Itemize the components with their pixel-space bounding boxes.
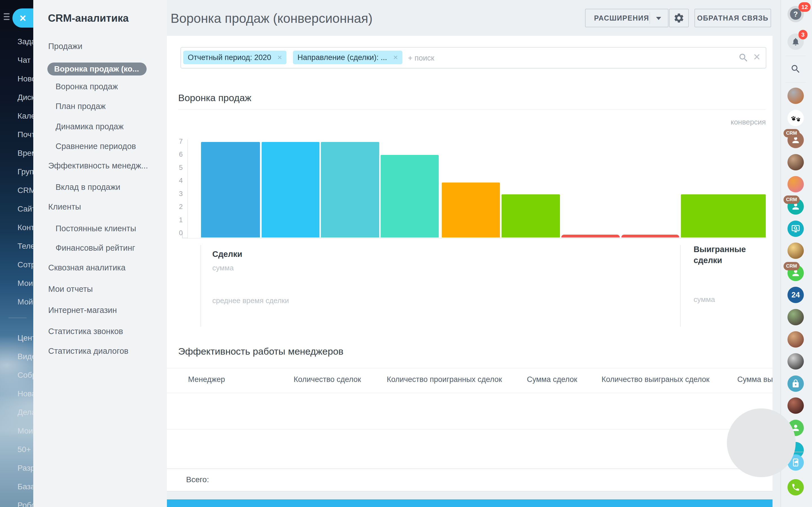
rail-item-цент[interactable]: Цент (17, 333, 33, 343)
rail-item-нова[interactable]: Нова (17, 389, 33, 399)
bitrix24-icon[interactable]: 24 (788, 287, 804, 303)
sidebar-item[interactable]: Финансовый рейтинг (56, 243, 135, 252)
managers-section-title: Эффективность работы менеджеров (178, 346, 343, 357)
funnel-bar[interactable] (561, 235, 620, 237)
sidebar-item[interactable]: Статистика диалогов (48, 346, 128, 356)
rail-item-почт[interactable]: Почт (17, 129, 33, 140)
sidebar-item[interactable]: Мои отчеты (48, 284, 93, 294)
y-axis (187, 139, 188, 238)
crm-badge: CRM (783, 262, 800, 270)
crm-analytics-page: ЗадаЧат иНовоДискКалеПочтВремГрупCRMСайт… (0, 0, 812, 507)
avatar-photo-5[interactable] (788, 309, 804, 325)
rail-item-сайт[interactable]: Сайт (17, 204, 33, 214)
search-icon[interactable] (788, 61, 804, 77)
rail-item-сотр[interactable]: Сотр (17, 260, 33, 270)
avatar-photo-3[interactable] (788, 176, 804, 192)
rail-item-мои[interactable]: Мои (17, 278, 33, 288)
rail-item-диск[interactable]: Диск (17, 93, 33, 103)
avatar-photo-2[interactable] (788, 154, 804, 170)
sidebar-item[interactable]: Вклад в продажи (56, 182, 120, 192)
sidebar-item[interactable]: Динамика продаж (56, 122, 123, 131)
sidebar-item[interactable]: Воронка продаж (56, 82, 118, 91)
x-axis (187, 238, 766, 238)
rail-item-собр[interactable]: Собр (17, 370, 33, 380)
funnel-bar[interactable] (321, 142, 379, 237)
screen-search-icon[interactable] (788, 221, 804, 237)
lock-icon[interactable] (788, 376, 804, 392)
rail-item-мой[interactable]: Мой (17, 297, 33, 307)
floating-widget-circle[interactable] (727, 408, 796, 477)
rail-item-ново[interactable]: Ново (17, 74, 33, 84)
y-axis-tick-label: 1 (171, 216, 183, 224)
y-axis-tick-label: 5 (171, 164, 183, 172)
conversion-label: конверсия (688, 118, 766, 126)
avatar-photo-8[interactable] (788, 397, 804, 414)
clear-filter-icon[interactable]: × (753, 50, 760, 64)
sidebar-item[interactable]: Статистика звонков (48, 327, 123, 336)
gear-icon (673, 12, 684, 24)
rail-item-crm[interactable]: CRM (17, 185, 33, 195)
funnel-bar[interactable] (442, 182, 500, 237)
table-column-header[interactable]: Менеджер (188, 375, 225, 384)
table-column-header[interactable]: Количество сделок (294, 375, 361, 384)
feedback-button[interactable]: ОБРАТНАЯ СВЯЗЬ (695, 9, 771, 27)
total-label: Всего: (186, 475, 209, 484)
table-column-header[interactable]: Количество выиграных сделок (602, 375, 710, 384)
sidebar-item[interactable]: Сравнение периодов (56, 142, 136, 151)
settings-button[interactable] (669, 9, 689, 27)
search-input-placeholder[interactable]: + поиск (408, 54, 434, 62)
remove-chip-icon[interactable]: × (393, 53, 398, 62)
avatar-photo-4[interactable] (788, 242, 804, 259)
funnel-bar[interactable] (681, 194, 766, 237)
filter-chip-label: Направление (сделки): ... (297, 53, 387, 62)
avatar-photo-1[interactable] (788, 88, 804, 104)
sidebar-item[interactable]: План продаж (56, 102, 106, 111)
chevron-down-icon[interactable] (656, 17, 661, 20)
sidebar-item-selected[interactable]: Воронка продаж (ко... (47, 62, 147, 75)
avatar-crm-3[interactable]: CRM (788, 265, 804, 281)
funnel-bar[interactable] (380, 155, 439, 237)
toolbar-divider (785, 56, 806, 56)
divider (167, 368, 772, 369)
avatar-crm-2[interactable]: CRM (788, 198, 804, 215)
rail-item-виде[interactable]: Виде (17, 351, 33, 362)
close-menu-button[interactable]: × (12, 8, 33, 27)
avatar-paws[interactable] (788, 110, 804, 126)
rail-item-робо[interactable]: Робо (17, 500, 33, 507)
rail-item-кале[interactable]: Кале (17, 111, 33, 121)
funnel-bar[interactable] (621, 235, 679, 237)
funnel-bar[interactable] (502, 194, 560, 237)
rail-item-теле[interactable]: Теле (17, 241, 33, 251)
rail-item-чат и[interactable]: Чат и (17, 55, 33, 65)
table-column-header[interactable]: Сумма сделок (527, 375, 577, 384)
rail-item-50+[interactable]: 50+ (17, 445, 33, 455)
funnel-bar[interactable] (201, 142, 260, 237)
funnel-bar[interactable] (262, 142, 319, 237)
avatar-crm-1[interactable]: CRM (788, 132, 804, 148)
rail-item-разр[interactable]: Разр (17, 463, 33, 473)
table-column-header[interactable]: Сумма выигр (737, 375, 772, 384)
sidebar-item[interactable]: Эффективность менедж... (48, 161, 148, 170)
filter-chip[interactable]: Отчетный период: 2020× (183, 51, 287, 64)
filter-chip[interactable]: Направление (сделки): ...× (293, 51, 402, 64)
table-column-header[interactable]: Количество проигранных сделок (387, 375, 502, 384)
hamburger-menu-icon[interactable] (4, 13, 10, 20)
phone-icon[interactable] (788, 479, 804, 496)
avatar-photo-6[interactable] (788, 331, 804, 348)
rail-item-дела[interactable]: Дела (17, 407, 33, 417)
extensions-button[interactable]: РАСШИРЕНИЯ (585, 9, 668, 27)
search-icon[interactable] (738, 52, 749, 63)
sidebar-item[interactable]: Интернет-магазин (48, 305, 117, 315)
sidebar-item[interactable]: Продажи (48, 42, 82, 51)
sidebar-item[interactable]: Сквозная аналитика (48, 263, 125, 272)
remove-chip-icon[interactable]: × (277, 53, 282, 62)
rail-item-конт[interactable]: Конт (17, 223, 33, 233)
rail-item-зада[interactable]: Зада (17, 37, 33, 47)
rail-item-база[interactable]: База (17, 482, 33, 492)
rail-item-врем[interactable]: Врем (17, 148, 33, 158)
avatar-photo-7[interactable] (788, 353, 804, 370)
sidebar-item[interactable]: Клиенты (48, 202, 81, 212)
sidebar-item[interactable]: Постоянные клиенты (56, 224, 136, 233)
rail-item-груп[interactable]: Груп (17, 167, 33, 177)
rail-item-мои[interactable]: Мои (17, 426, 33, 436)
